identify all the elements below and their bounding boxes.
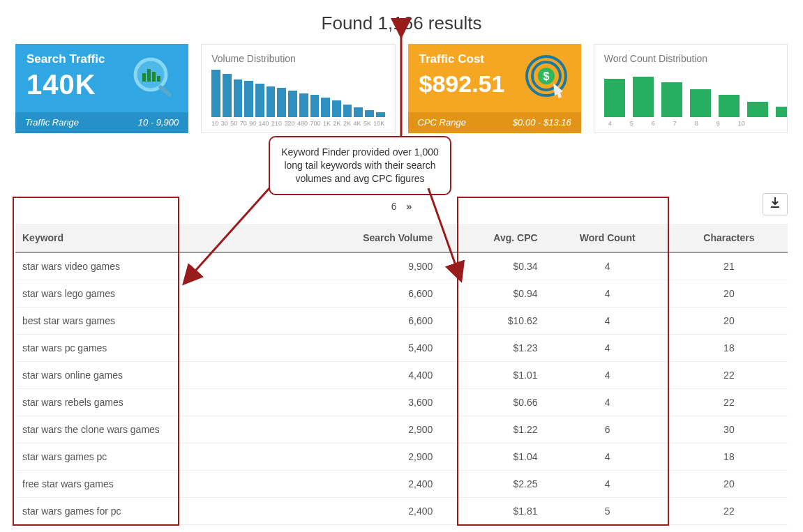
chart-bar (234, 79, 243, 117)
col-characters[interactable]: Characters (670, 224, 788, 252)
cell-wc: 4 (545, 389, 670, 416)
cell-chars: 22 (670, 362, 788, 389)
cell-cpc: $1.81 (440, 498, 544, 525)
chart-bar (211, 70, 220, 117)
table-row[interactable]: star wars games for pc2,400$1.81522 (15, 498, 788, 525)
table-row[interactable]: star wars rebels games3,600$0.66422 (15, 389, 788, 416)
cell-keyword: star wars the clone wars games (15, 416, 288, 443)
svg-rect-4 (157, 76, 160, 82)
chart-bar (310, 95, 320, 117)
chart-bar (661, 82, 682, 117)
tick-label: 50 (230, 120, 237, 127)
cell-chars: 18 (670, 335, 788, 362)
cell-wc: 4 (545, 280, 670, 307)
cell-chars: 18 (670, 443, 788, 471)
cell-chars: 21 (670, 252, 788, 280)
cell-chars: 24 (670, 525, 788, 533)
cell-volume: 6,600 (288, 307, 440, 335)
cell-wc: 4 (545, 252, 670, 280)
cell-keyword: star wars games for kids (15, 525, 288, 533)
chart-bar (633, 77, 654, 117)
col-avg-cpc[interactable]: Avg. CPC (440, 224, 544, 252)
chart-bar (343, 105, 352, 117)
table-row[interactable]: best star wars games6,600$10.62420 (15, 307, 788, 335)
cell-volume: 2,900 (288, 443, 440, 471)
cpc-range-label: CPC Range (418, 112, 466, 133)
table-row[interactable]: star wars games pc2,900$1.04418 (15, 443, 788, 471)
tick-label: 480 (297, 120, 308, 127)
chart-bar (288, 91, 297, 117)
cell-chars: 20 (670, 471, 788, 498)
wordcount-distribution-ticks: 45678910 (604, 120, 777, 127)
page-number[interactable]: 6 (389, 199, 400, 213)
table-row[interactable]: star wars the clone wars games2,900$1.22… (15, 416, 788, 443)
cell-volume: 2,400 (288, 525, 440, 533)
chart-bar (255, 84, 264, 117)
tick-label: 6 (652, 120, 655, 127)
cell-wc: 5 (545, 525, 670, 533)
cell-wc: 6 (545, 416, 670, 443)
chart-bar (604, 79, 625, 117)
table-row[interactable]: free star wars games2,400$2.25420 (15, 471, 788, 498)
next-page-button[interactable]: » (404, 199, 415, 213)
tick-label: 5K (363, 120, 371, 127)
table-row[interactable]: star wars lego games6,600$0.94420 (15, 280, 788, 307)
tick-label: 140 (259, 120, 269, 127)
wordcount-distribution-title: Word Count Distribution (604, 53, 777, 64)
cell-volume: 6,600 (288, 280, 440, 307)
cell-volume: 2,900 (288, 416, 440, 443)
table-row[interactable]: star wars video games9,900$0.34421 (15, 252, 788, 280)
chart-bar (690, 89, 711, 117)
cell-volume: 9,900 (288, 252, 440, 280)
cell-cpc: $0.34 (440, 252, 544, 280)
cell-keyword: star wars games for pc (15, 498, 288, 525)
traffic-cost-card: Traffic Cost $892.51 $ CPC Range $0.00 -… (408, 44, 581, 133)
cell-keyword: star wars pc games (15, 335, 288, 362)
col-word-count[interactable]: Word Count (545, 224, 670, 252)
chart-bar (244, 81, 253, 117)
wordcount-distribution-chart (604, 68, 777, 117)
results-suffix: results (428, 13, 482, 33)
tick-label: 1K (323, 120, 331, 127)
tick-label: 7 (673, 120, 677, 127)
cpc-range-value: $0.00 - $13.16 (513, 112, 571, 133)
cell-cpc: $1.04 (440, 443, 544, 471)
tick-label: 2K (343, 120, 351, 127)
tick-label: 4 (608, 120, 612, 127)
chart-bar (365, 110, 374, 117)
svg-rect-2 (147, 69, 151, 82)
chart-bar (223, 74, 232, 117)
cell-keyword: best star wars games (15, 307, 288, 335)
table-row[interactable]: star wars pc games5,400$1.23418 (15, 335, 788, 362)
cell-keyword: star wars video games (15, 252, 288, 280)
col-search-volume[interactable]: Search Volume (288, 224, 440, 252)
table-header-row: Keyword Search Volume Avg. CPC Word Coun… (15, 224, 788, 252)
export-button[interactable] (763, 193, 788, 215)
chart-bar (321, 98, 330, 117)
table-row[interactable]: star wars online games4,400$1.01422 (15, 362, 788, 389)
svg-rect-5 (158, 84, 172, 97)
results-heading: Found 1,166 results (15, 13, 788, 34)
cell-chars: 20 (670, 307, 788, 335)
cell-keyword: star wars rebels games (15, 389, 288, 416)
cell-cpc: $10.62 (440, 307, 544, 335)
chart-bar (747, 102, 768, 117)
cell-cpc: $1.23 (440, 335, 544, 362)
tick-label: 210 (271, 120, 282, 127)
results-count: 1,166 (378, 13, 423, 33)
cell-cpc: $1.8 (440, 525, 544, 533)
pagination: 6 » (389, 199, 415, 213)
cell-chars: 30 (670, 416, 788, 443)
tick-label: 10K (373, 120, 384, 127)
chart-bar (376, 112, 385, 117)
cell-wc: 4 (545, 335, 670, 362)
cell-cpc: $1.22 (440, 416, 544, 443)
tick-label: 9 (716, 120, 720, 127)
cell-chars: 22 (670, 498, 788, 525)
col-keyword[interactable]: Keyword (15, 224, 288, 252)
tick-label: 10 (211, 120, 218, 127)
summary-cards: Search Traffic 140K Traffic Range 10 - 9 (15, 44, 788, 133)
cell-wc: 4 (545, 443, 670, 471)
cell-chars: 20 (670, 280, 788, 307)
table-row[interactable]: star wars games for kids2,400$1.8524 (15, 525, 788, 533)
